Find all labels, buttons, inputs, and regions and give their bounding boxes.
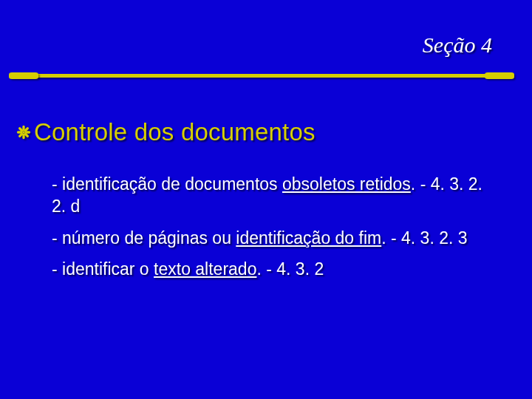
slide-title: Controle dos documentos <box>16 118 316 146</box>
list-item: - identificação de documentos obsoletos … <box>52 173 499 218</box>
list-item: - número de páginas ou identificação do … <box>52 227 499 249</box>
body-text: - identificação de documentos obsoletos … <box>52 173 499 289</box>
section-label: Seção 4 <box>423 33 492 58</box>
svg-point-8 <box>22 131 25 134</box>
slide-title-text: Controle dos documentos <box>34 118 316 146</box>
flower-bullet-icon <box>16 125 31 140</box>
divider <box>0 74 532 78</box>
list-item: - identificar o texto alterado. - 4. 3. … <box>52 258 499 280</box>
